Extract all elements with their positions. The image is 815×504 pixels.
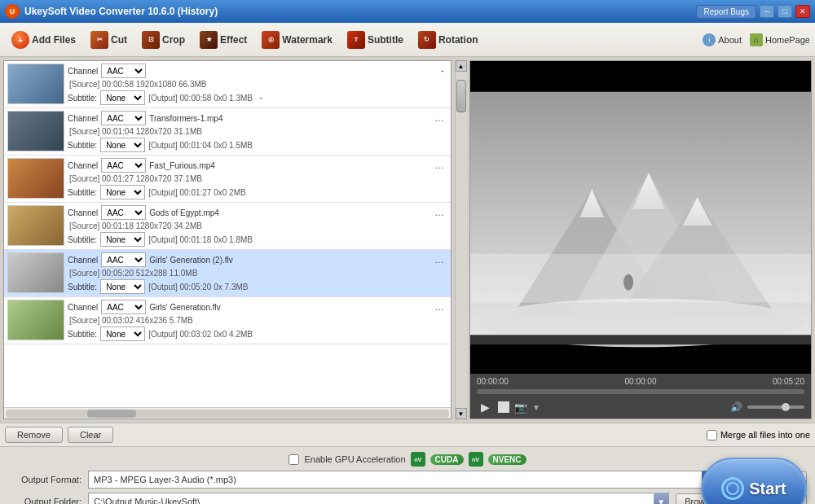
time-start: 00:00:00 (477, 377, 509, 386)
file-list-scroll[interactable]: Channel AAC - [Source] 00:00:58 1920x108… (4, 61, 451, 407)
watermark-button[interactable]: ◎ Watermark (255, 28, 339, 51)
about-button[interactable]: i About (703, 33, 742, 46)
svg-rect-8 (470, 254, 811, 303)
start-button-area: Start (701, 458, 807, 504)
channel-select-0[interactable]: AAC (101, 64, 146, 78)
video-preview (470, 61, 811, 374)
stop-button[interactable] (498, 401, 509, 413)
file-info-0: Channel AAC - [Source] 00:00:58 1920x108… (68, 64, 447, 105)
file-row-4[interactable]: Channel AAC Girls' Generation (2).flv … … (4, 250, 451, 297)
file-dots-2[interactable]: … (431, 160, 447, 171)
video-canvas (470, 61, 811, 374)
snapshot-button[interactable]: 📷 (514, 401, 527, 414)
format-select-wrap: MP3 - MPEG Layer-3 Audio (*.mp3) ▲ (88, 471, 717, 489)
svg-rect-10 (470, 335, 811, 344)
channel-select-4[interactable]: AAC (101, 252, 146, 267)
gpu-checkbox[interactable] (289, 454, 299, 465)
subtitle-select-5[interactable]: None (100, 327, 145, 341)
file-info-1: Channel AAC Transformers-1.mp4 … [Source… (68, 111, 447, 152)
toolbar: + Add Files ✂ Cut ⊡ Crop ★ Effect ◎ Wate… (0, 23, 815, 57)
start-label: Start (749, 480, 786, 498)
channel-select-3[interactable]: AAC (101, 205, 146, 220)
close-button[interactable]: ✕ (795, 5, 810, 18)
file-list-panel: Channel AAC - [Source] 00:00:58 1920x108… (3, 60, 452, 419)
scroll-track[interactable] (456, 72, 467, 408)
rotation-button[interactable]: ↻ Rotation (412, 28, 485, 51)
folder-dropdown-arrow[interactable]: ▼ (654, 493, 668, 504)
file-row-3[interactable]: Channel AAC Gods of Egypt.mp4 … [Source]… (4, 203, 451, 250)
homepage-button[interactable]: ⌂ HomePage (750, 33, 810, 46)
file-list-bottom: Remove Clear Merge all files into one (0, 423, 815, 446)
scroll-up-arrow[interactable]: ▲ (456, 60, 467, 72)
format-value: MP3 - MPEG Layer-3 Audio (*.mp3) (89, 471, 702, 489)
horizontal-scrollbar[interactable] (4, 407, 451, 419)
cut-button[interactable]: ✂ Cut (84, 28, 134, 51)
preview-panel: 00:00:00 00:00:00 00:05:20 ▶ 📷 ▼ 🔊 (469, 60, 812, 419)
subtitle-select-3[interactable]: None (100, 232, 145, 247)
file-row-0[interactable]: Channel AAC - [Source] 00:00:58 1920x108… (4, 61, 451, 108)
nvenc-badge: NVENC (488, 454, 526, 465)
folder-input-wrap: C:\Output Music-UkeySoft\ ▼ (88, 493, 669, 504)
play-button[interactable]: ▶ (477, 399, 493, 415)
snapshot-arrow[interactable]: ▼ (532, 403, 540, 412)
crop-icon: ⊡ (142, 31, 160, 49)
preview-controls: 00:00:00 00:00:00 00:05:20 ▶ 📷 ▼ 🔊 (470, 374, 811, 419)
crop-button[interactable]: ⊡ Crop (135, 28, 192, 51)
merge-checkbox-area: Merge all files into one (707, 430, 810, 440)
bottom-section: Enable GPU Acceleration nV CUDA nV NVENC… (0, 446, 815, 504)
title-bar: U UkeySoft Video Converter 10.6.0 (Histo… (0, 0, 815, 23)
effect-button[interactable]: ★ Effect (193, 28, 253, 51)
subtitle-select-1[interactable]: None (100, 138, 145, 152)
home-icon: ⌂ (750, 33, 763, 46)
add-files-icon: + (11, 31, 29, 49)
file-row-5[interactable]: Channel AAC Girls' Generation.flv … [Sou… (4, 297, 451, 344)
nvenc-icon: nV (469, 452, 483, 467)
merge-label: Merge all files into one (720, 430, 810, 440)
start-button[interactable]: Start (701, 458, 807, 504)
start-icon-inner (726, 482, 739, 495)
channel-select-5[interactable]: AAC (101, 300, 146, 314)
gpu-label: Enable GPU Acceleration (304, 454, 405, 464)
merge-checkbox[interactable] (707, 430, 717, 440)
add-files-button[interactable]: + Add Files (5, 28, 82, 51)
maximize-button[interactable]: □ (778, 5, 792, 18)
subtitle-icon: T (347, 31, 365, 49)
subtitle-select-4[interactable]: None (100, 279, 145, 294)
cuda-icon: nV (411, 452, 425, 467)
folder-value: C:\Output Music-UkeySoft\ (89, 493, 654, 504)
file-dash-0: - (438, 65, 447, 77)
format-label: Output Format: (8, 475, 82, 484)
start-icon (721, 477, 744, 500)
minimize-button[interactable]: ─ (760, 5, 774, 18)
scroll-down-arrow[interactable]: ▼ (456, 408, 467, 419)
file-dots-4[interactable]: … (431, 254, 447, 265)
vertical-scrollbar[interactable]: ▲ ▼ (455, 60, 466, 419)
file-dots-5[interactable]: … (431, 301, 447, 313)
file-dots-3[interactable]: … (431, 207, 447, 218)
clear-button[interactable]: Clear (68, 427, 113, 443)
volume-icon: 🔊 (730, 401, 742, 413)
app-icon: U (5, 4, 20, 19)
channel-select-1[interactable]: AAC (101, 111, 146, 125)
channel-select-2[interactable]: AAC (101, 158, 146, 173)
title-left: U UkeySoft Video Converter 10.6.0 (Histo… (5, 4, 218, 19)
remove-button[interactable]: Remove (5, 427, 63, 443)
subtitle-button[interactable]: T Subtitle (341, 28, 410, 51)
subtitle-select-0[interactable]: None (100, 90, 145, 105)
title-right: Report Bugs ─ □ ✕ (696, 5, 810, 19)
report-bugs-button[interactable]: Report Bugs (696, 5, 756, 19)
scroll-thumb[interactable] (456, 80, 466, 112)
effect-icon: ★ (200, 31, 218, 49)
progress-bar[interactable] (477, 389, 804, 394)
file-info-3: Channel AAC Gods of Egypt.mp4 … [Source]… (68, 205, 447, 247)
controls-row: ▶ 📷 ▼ 🔊 (477, 399, 804, 415)
subtitle-select-2[interactable]: None (100, 185, 145, 199)
volume-thumb[interactable] (782, 403, 790, 411)
file-dots-1[interactable]: … (431, 112, 447, 124)
time-end: 00:05:20 (773, 377, 804, 386)
format-row: Output Format: MP3 - MPEG Layer-3 Audio … (8, 471, 807, 489)
file-row-1[interactable]: Channel AAC Transformers-1.mp4 … [Source… (4, 108, 451, 156)
file-row-2[interactable]: Channel AAC Fast_Furious.mp4 … [Source] … (4, 156, 451, 203)
volume-slider[interactable] (747, 405, 804, 409)
file-info-2: Channel AAC Fast_Furious.mp4 … [Source] … (68, 158, 447, 199)
